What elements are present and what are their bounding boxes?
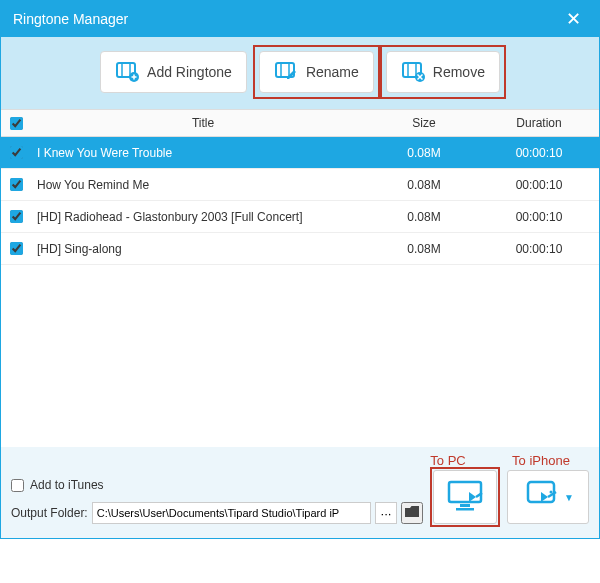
browse-button[interactable]: ··· [375, 502, 397, 524]
svg-rect-16 [460, 504, 470, 507]
row-title: [HD] Sing-along [31, 242, 369, 256]
select-all-checkbox[interactable] [10, 117, 23, 130]
to-pc-icon [446, 479, 484, 516]
add-to-itunes-checkbox[interactable] [11, 479, 24, 492]
to-pc-annotation: To PC [413, 453, 483, 468]
column-size: Size [369, 116, 479, 130]
film-plus-icon [115, 59, 139, 86]
open-folder-button[interactable] [401, 502, 423, 524]
select-all-cell[interactable] [1, 117, 31, 130]
row-check-cell[interactable] [1, 146, 31, 159]
output-folder-row: Output Folder: ··· [11, 502, 423, 524]
row-duration: 00:00:10 [479, 242, 599, 256]
toolbar: Add Ringtone Rename Remove [1, 37, 599, 109]
row-check-cell[interactable] [1, 242, 31, 255]
table-row[interactable]: [HD] Sing-along0.08M00:00:10 [1, 233, 599, 265]
table-row[interactable]: [HD] Radiohead - Glastonbury 2003 [Full … [1, 201, 599, 233]
row-size: 0.08M [369, 146, 479, 160]
remove-label: Remove [433, 64, 485, 80]
film-edit-icon [274, 59, 298, 86]
ringtone-manager-window: Ringtone Manager ✕ Add Ringtone Rename R [0, 0, 600, 539]
chevron-down-icon: ▼ [564, 492, 574, 503]
row-checkbox[interactable] [10, 178, 23, 191]
column-duration: Duration [479, 116, 599, 130]
row-size: 0.08M [369, 242, 479, 256]
row-duration: 00:00:10 [479, 210, 599, 224]
row-size: 0.08M [369, 178, 479, 192]
column-title: Title [31, 116, 369, 130]
annotation-row: To PC To iPhone [11, 453, 589, 468]
table-row[interactable]: How You Remind Me0.08M00:00:10 [1, 169, 599, 201]
row-check-cell[interactable] [1, 210, 31, 223]
row-check-cell[interactable] [1, 178, 31, 191]
output-folder-input[interactable] [92, 502, 371, 524]
row-duration: 00:00:10 [479, 146, 599, 160]
row-title: How You Remind Me [31, 178, 369, 192]
svg-rect-15 [449, 482, 481, 502]
window-title: Ringtone Manager [13, 11, 559, 27]
row-title: I Knew You Were Trouble [31, 146, 369, 160]
ellipsis-icon: ··· [380, 506, 391, 521]
to-iphone-button[interactable]: ▼ [507, 470, 589, 524]
remove-highlight: Remove [386, 51, 500, 93]
add-ringtone-label: Add Ringtone [147, 64, 232, 80]
row-title: [HD] Radiohead - Glastonbury 2003 [Full … [31, 210, 369, 224]
to-iphone-icon [522, 479, 560, 516]
row-checkbox[interactable] [10, 242, 23, 255]
table-row[interactable]: I Knew You Were Trouble0.08M00:00:10 [1, 137, 599, 169]
row-duration: 00:00:10 [479, 178, 599, 192]
footer: To PC To iPhone Add to iTunes Output Fol… [1, 447, 599, 538]
table-header: Title Size Duration [1, 109, 599, 137]
rename-highlight: Rename [259, 51, 374, 93]
table-body: I Knew You Were Trouble0.08M00:00:10How … [1, 137, 599, 447]
row-size: 0.08M [369, 210, 479, 224]
rename-button[interactable]: Rename [259, 51, 374, 93]
close-icon[interactable]: ✕ [559, 8, 587, 30]
add-to-itunes-label: Add to iTunes [30, 478, 104, 492]
titlebar: Ringtone Manager ✕ [1, 1, 599, 37]
row-checkbox[interactable] [10, 210, 23, 223]
remove-button[interactable]: Remove [386, 51, 500, 93]
add-to-itunes-option[interactable]: Add to iTunes [11, 478, 423, 492]
to-iphone-annotation: To iPhone [505, 453, 577, 468]
svg-rect-17 [456, 508, 474, 511]
film-remove-icon [401, 59, 425, 86]
row-checkbox[interactable] [10, 146, 23, 159]
rename-label: Rename [306, 64, 359, 80]
add-ringtone-button[interactable]: Add Ringtone [100, 51, 247, 93]
folder-icon [404, 505, 420, 522]
output-folder-label: Output Folder: [11, 506, 88, 520]
to-pc-button[interactable] [433, 470, 497, 524]
